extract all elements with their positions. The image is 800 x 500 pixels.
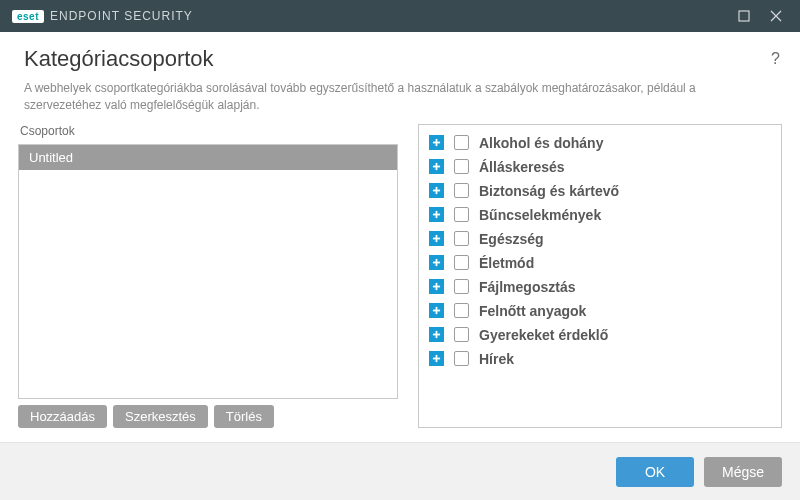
- plus-icon: [432, 138, 441, 147]
- category-row: Álláskeresés: [429, 155, 775, 179]
- expand-button[interactable]: [429, 207, 444, 222]
- category-checkbox[interactable]: [454, 231, 469, 246]
- category-checkbox[interactable]: [454, 159, 469, 174]
- category-label: Álláskeresés: [479, 159, 565, 175]
- category-checkbox[interactable]: [454, 255, 469, 270]
- category-label: Hírek: [479, 351, 514, 367]
- content: Csoportok Untitled Hozzáadás Szerkesztés…: [0, 124, 800, 428]
- category-row: Gyerekeket érdeklő: [429, 323, 775, 347]
- brand-text: ENDPOINT SECURITY: [50, 9, 193, 23]
- brand: eset ENDPOINT SECURITY: [12, 9, 193, 23]
- close-icon: [770, 10, 782, 22]
- category-label: Biztonság és kártevő: [479, 183, 619, 199]
- category-checkbox[interactable]: [454, 351, 469, 366]
- groups-list[interactable]: Untitled: [18, 144, 398, 399]
- category-row: Életmód: [429, 251, 775, 275]
- titlebar: eset ENDPOINT SECURITY: [0, 0, 800, 32]
- category-label: Fájlmegosztás: [479, 279, 575, 295]
- category-label: Bűncselekmények: [479, 207, 601, 223]
- add-button[interactable]: Hozzáadás: [18, 405, 107, 428]
- category-checkbox[interactable]: [454, 183, 469, 198]
- category-checkbox[interactable]: [454, 279, 469, 294]
- help-button[interactable]: ?: [771, 50, 780, 68]
- page-subtitle: A webhelyek csoportkategóriákba sorolásá…: [0, 80, 800, 124]
- expand-button[interactable]: [429, 279, 444, 294]
- plus-icon: [432, 354, 441, 363]
- plus-icon: [432, 186, 441, 195]
- header: Kategóriacsoportok ?: [0, 32, 800, 80]
- expand-button[interactable]: [429, 255, 444, 270]
- category-checkbox[interactable]: [454, 135, 469, 150]
- plus-icon: [432, 234, 441, 243]
- category-row: Bűncselekmények: [429, 203, 775, 227]
- expand-button[interactable]: [429, 351, 444, 366]
- window-body: Kategóriacsoportok ? A webhelyek csoport…: [0, 32, 800, 500]
- square-icon: [738, 10, 750, 22]
- category-label: Egészség: [479, 231, 544, 247]
- footer: OK Mégse: [0, 442, 800, 500]
- categories-scroll[interactable]: Alkohol és dohányÁlláskeresésBiztonság é…: [429, 131, 779, 421]
- category-checkbox[interactable]: [454, 303, 469, 318]
- expand-button[interactable]: [429, 303, 444, 318]
- expand-button[interactable]: [429, 135, 444, 150]
- expand-button[interactable]: [429, 231, 444, 246]
- expand-button[interactable]: [429, 327, 444, 342]
- expand-button[interactable]: [429, 159, 444, 174]
- window-minimize-button[interactable]: [728, 0, 760, 32]
- edit-button[interactable]: Szerkesztés: [113, 405, 208, 428]
- category-label: Gyerekeket érdeklő: [479, 327, 608, 343]
- category-row: Egészség: [429, 227, 775, 251]
- brand-logo: eset: [12, 10, 44, 23]
- categories-panel: Alkohol és dohányÁlláskeresésBiztonság é…: [418, 124, 782, 428]
- plus-icon: [432, 330, 441, 339]
- category-row: Felnőtt anyagok: [429, 299, 775, 323]
- groups-label: Csoportok: [18, 124, 398, 138]
- groups-panel: Csoportok Untitled Hozzáadás Szerkesztés…: [18, 124, 398, 428]
- category-checkbox[interactable]: [454, 327, 469, 342]
- expand-button[interactable]: [429, 183, 444, 198]
- ok-button[interactable]: OK: [616, 457, 694, 487]
- category-row: Hírek: [429, 347, 775, 371]
- category-label: Felnőtt anyagok: [479, 303, 586, 319]
- plus-icon: [432, 162, 441, 171]
- cancel-button[interactable]: Mégse: [704, 457, 782, 487]
- category-row: Fájlmegosztás: [429, 275, 775, 299]
- category-label: Alkohol és dohány: [479, 135, 603, 151]
- window-close-button[interactable]: [760, 0, 792, 32]
- svg-rect-0: [739, 11, 749, 21]
- category-checkbox[interactable]: [454, 207, 469, 222]
- plus-icon: [432, 282, 441, 291]
- groups-button-row: Hozzáadás Szerkesztés Törlés: [18, 405, 398, 428]
- plus-icon: [432, 258, 441, 267]
- plus-icon: [432, 306, 441, 315]
- plus-icon: [432, 210, 441, 219]
- list-item[interactable]: Untitled: [19, 145, 397, 170]
- page-title: Kategóriacsoportok: [24, 46, 776, 72]
- category-label: Életmód: [479, 255, 534, 271]
- category-row: Biztonság és kártevő: [429, 179, 775, 203]
- delete-button[interactable]: Törlés: [214, 405, 274, 428]
- category-row: Alkohol és dohány: [429, 131, 775, 155]
